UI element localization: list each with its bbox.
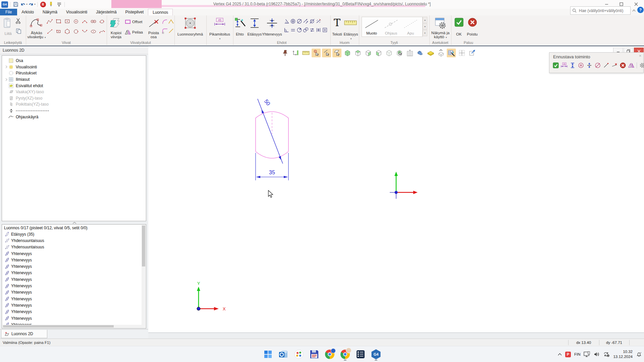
snap-line-button[interactable] — [322, 49, 331, 57]
list-horizontal-scrollbar[interactable] — [2, 325, 142, 328]
chrome-profile1-button[interactable] — [323, 348, 336, 361]
list-item[interactable]: Yhdensuuntaisuus — [2, 244, 146, 250]
ok-button[interactable] — [454, 17, 464, 27]
tree-item-piirustukset[interactable]: Piirustukset — [2, 70, 146, 76]
scrollbar-thumb[interactable] — [3, 325, 114, 327]
notes-app-button[interactable] — [354, 348, 367, 361]
remove-part-button[interactable] — [148, 17, 160, 29]
list-item[interactable]: Yhtenevyys — [2, 263, 146, 269]
quick-dimension-dropdown[interactable]: ▾ — [219, 36, 221, 40]
arc-tool-button[interactable] — [82, 28, 88, 35]
style-apu-button[interactable]: Apu — [401, 18, 420, 35]
network-sync-icon[interactable] — [603, 352, 610, 357]
line-tool-button[interactable] — [47, 28, 53, 35]
view-solid-button[interactable] — [343, 49, 352, 57]
expander-icon[interactable] — [4, 65, 8, 68]
predictive-delete-button[interactable] — [619, 62, 627, 69]
fillet-line-button[interactable] — [162, 27, 168, 34]
outlook-button[interactable] — [277, 348, 290, 361]
predictive-line-button[interactable] — [602, 62, 610, 69]
smart-polyline-button[interactable] — [30, 17, 43, 29]
flat-slab-button[interactable] — [426, 49, 435, 57]
snap-point-button[interactable] — [312, 49, 321, 57]
perpendicular-constraint-button[interactable] — [283, 27, 290, 33]
vertex-g4-button[interactable]: G4 — [369, 348, 383, 361]
angle-constraint-button[interactable] — [283, 18, 290, 24]
cut-button[interactable] — [15, 17, 22, 24]
tree-item-esivalitut-ehdot[interactable]: Esivalitut ehdot — [2, 82, 146, 89]
predictive-mirror-button[interactable] — [628, 62, 635, 69]
floppy-app-button[interactable] — [308, 348, 321, 361]
tree-item-ohjauskayra[interactable]: Ohjauskäyrä — [2, 114, 146, 120]
start-button[interactable] — [261, 348, 275, 361]
expander-icon[interactable] — [4, 78, 8, 81]
list-item[interactable]: Yhtenevyys — [2, 270, 146, 276]
grid-toggle-button[interactable] — [457, 49, 466, 57]
notification-bell-icon[interactable]: z — [636, 351, 642, 357]
lock-constraint-button[interactable] — [322, 27, 328, 33]
language-indicator[interactable]: FIN — [574, 352, 581, 356]
clock[interactable]: 10.32 13.12.2024 — [613, 349, 633, 359]
predictive-trim-button[interactable] — [611, 62, 618, 69]
tab-jarjestelma[interactable]: Järjestelmä — [92, 9, 121, 15]
predictive-concentric-button[interactable] — [577, 62, 585, 69]
predictive-confirm-button[interactable] — [552, 62, 559, 69]
rectangle-center-tool-button[interactable] — [64, 18, 70, 24]
mirror-button[interactable]: Peilaa — [125, 29, 143, 35]
exit-button[interactable] — [468, 17, 477, 27]
diameter-constraint-button[interactable] — [296, 18, 303, 24]
chamfer-line-button[interactable] — [168, 27, 174, 34]
style-scroll-down-icon[interactable]: ▼ — [423, 23, 427, 30]
polyline-tool-button[interactable] — [47, 18, 53, 24]
tab-pistepilvet[interactable]: Pistepilvet — [121, 9, 148, 15]
list-item[interactable]: Yhtenevyys — [2, 289, 146, 296]
tab-visualisointi[interactable]: Visualisointi — [62, 9, 92, 15]
chrome-profile2-button[interactable] — [338, 348, 352, 361]
predictive-symmetry-button[interactable] — [586, 62, 593, 69]
drawing-canvas[interactable]: Ennustava toiminto ✕ 45 35 50 — [148, 46, 644, 333]
tree-item-ilmiasut[interactable]: Ilmiasut — [2, 76, 146, 83]
tree-item-visualisointi[interactable]: Visualisointi — [2, 64, 146, 70]
radius-constraint-button[interactable] — [296, 27, 303, 33]
volume-icon[interactable] — [594, 352, 600, 357]
undo-button[interactable]: ▾ — [20, 1, 27, 8]
scrollbar-thumb[interactable] — [142, 226, 145, 266]
save-button[interactable] — [12, 1, 19, 8]
list-item[interactable]: Yhtenevyys — [2, 315, 146, 321]
search-box[interactable] — [570, 6, 631, 15]
display-icon[interactable] — [584, 351, 590, 357]
tree-item-poikittais-yz-taso[interactable]: Poikittais(YZ)-taso — [2, 101, 146, 108]
ellipse-tool-button[interactable] — [90, 28, 97, 35]
style-gallery-scroll[interactable]: ▲ ▼ ⇟ — [423, 17, 427, 36]
spline-tool-button[interactable] — [99, 28, 105, 35]
tree-item-osa[interactable]: Osa — [2, 58, 146, 64]
list-item[interactable]: Yhtenevyys — [2, 296, 146, 302]
highlighter-button[interactable] — [48, 1, 54, 8]
redo-button[interactable]: ▾ — [29, 1, 35, 8]
style-ohjaus-button[interactable]: Ohjaus — [382, 18, 400, 35]
dimension-annotation-dropdown[interactable]: ▾ — [350, 36, 352, 40]
closed-spline-tool-button[interactable] — [99, 18, 105, 24]
concentric-constraint-button[interactable] — [290, 18, 296, 24]
rectangle-tool-button[interactable] — [55, 18, 62, 24]
search-input[interactable] — [578, 8, 632, 13]
view-right-face-button[interactable] — [364, 49, 373, 57]
list-item[interactable]: Yhtenevyys — [2, 309, 146, 315]
midpoint-constraint-button[interactable] — [315, 18, 322, 24]
splitter-collapse-icon[interactable] — [72, 222, 77, 224]
circle-tool-button[interactable] — [73, 28, 79, 35]
paste-button[interactable] — [3, 17, 13, 29]
pin-toolbar-button[interactable] — [280, 49, 289, 57]
rectangle-corner-tool-button[interactable] — [55, 28, 62, 35]
circle-center-tool-button[interactable] — [73, 18, 79, 24]
chamfer-corner-button[interactable] — [168, 18, 174, 24]
equal-radius-constraint-button[interactable] — [303, 27, 309, 33]
tab-luonnos-2d[interactable]: Luonnos 2D — [1, 330, 47, 338]
horizontal-constraint-button[interactable] — [309, 27, 315, 33]
style-muoto-button[interactable]: Muoto — [363, 18, 381, 35]
sketch-geometry[interactable]: 35 50 — [248, 90, 315, 191]
offset-button[interactable]: Offset — [125, 19, 142, 24]
list-item[interactable]: Yhdensuuntaisuus — [2, 237, 146, 244]
menu-list-button[interactable] — [56, 1, 62, 8]
list-item[interactable]: Yhtenevyys — [2, 283, 146, 289]
